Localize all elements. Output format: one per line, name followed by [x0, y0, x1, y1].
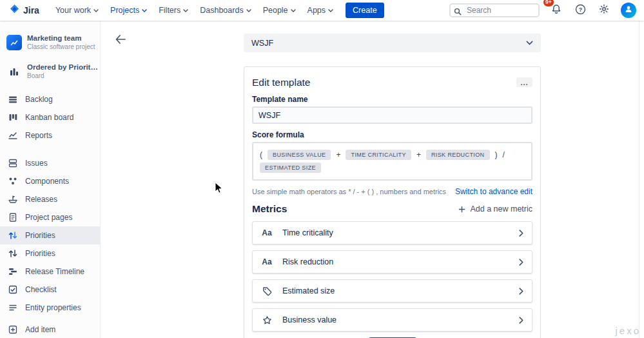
sidebar-item-add-item[interactable]: Add item — [0, 321, 100, 338]
formula-divide-operator: / — [503, 150, 505, 159]
nav-item-your-work[interactable]: Your work — [50, 0, 104, 21]
timeline-icon — [8, 266, 18, 277]
template-select[interactable]: WSJF — [244, 34, 541, 52]
add-new-metric-button[interactable]: Add a new metric — [458, 204, 532, 214]
scrollbar-track[interactable] — [639, 21, 639, 338]
text-type-icon: Aa — [261, 228, 273, 237]
formula-operator: + — [336, 150, 340, 159]
nav-item-label: Dashboards — [200, 6, 243, 15]
sidebar-item-label: Project pages — [25, 213, 72, 222]
settings-button[interactable] — [597, 3, 611, 17]
metric-label: Business value — [282, 315, 337, 324]
more-options-button[interactable]: ... — [516, 77, 532, 87]
board-icon — [6, 64, 22, 79]
chevron-down-icon — [93, 9, 99, 12]
sidebar-item-backlog[interactable]: Backlog — [0, 90, 100, 108]
board-text: Ordered by Priorit… Board — [27, 63, 98, 81]
formula-metric-chip[interactable]: RISK REDUCTION — [426, 150, 490, 160]
formula-metric-chip[interactable]: TIME CRITICALITY — [346, 150, 411, 160]
board-switcher[interactable]: Ordered by Priorit… Board — [0, 63, 100, 81]
sidebar-item-release-timeline[interactable]: Release Timeline — [0, 263, 100, 281]
notifications-badge: 9+ — [543, 0, 554, 6]
project-header[interactable]: Marketing team Classic software project — [0, 34, 100, 52]
sidebar-item-project-pages[interactable]: Project pages — [0, 208, 100, 226]
person-icon — [624, 5, 633, 16]
nav-item-label: Your work — [55, 6, 91, 15]
nav-item-filters[interactable]: Filters — [153, 0, 194, 21]
gear-icon — [599, 4, 609, 17]
search-input[interactable] — [449, 3, 540, 17]
formula-metric-chip[interactable]: BUSINESS VALUE — [268, 150, 331, 160]
switch-to-advance-edit-link[interactable]: Switch to advance edit — [455, 187, 532, 196]
text-type-icon: Aa — [261, 257, 273, 266]
board-type: Board — [27, 72, 98, 81]
help-button[interactable]: ? — [573, 3, 587, 17]
sidebar-item-kanban-board[interactable]: Kanban board — [0, 108, 100, 126]
nav-item-apps[interactable]: Apps — [302, 0, 340, 21]
sidebar-divider — [0, 144, 100, 154]
metric-label: Risk reduction — [282, 257, 333, 266]
page-icon — [8, 212, 18, 223]
nav-item-label: Projects — [110, 6, 139, 15]
metric-label: Estimated size — [282, 286, 335, 295]
nav-item-label: Apps — [307, 6, 326, 15]
formula-operator: + — [416, 150, 421, 159]
project-sidebar: Marketing team Classic software project … — [0, 21, 101, 338]
issues-icon — [8, 158, 18, 168]
metrics-heading: Metrics — [252, 203, 287, 215]
chevron-down-icon — [246, 9, 251, 12]
template-select-value: WSJF — [251, 39, 273, 48]
nav-item-people[interactable]: People — [257, 0, 302, 21]
metric-row-risk-reduction[interactable]: Aa Risk reduction — [252, 250, 532, 273]
nav-item-label: Filters — [159, 6, 181, 15]
chevron-right-icon — [519, 259, 523, 266]
card-title: Edit template — [252, 77, 310, 88]
add-new-metric-label: Add a new metric — [470, 204, 532, 214]
components-icon — [8, 176, 18, 186]
sidebar-item-label: Entity properties — [25, 303, 81, 312]
notifications-button[interactable]: 9+ — [549, 3, 563, 17]
sidebar-item-checklist[interactable]: Checklist — [0, 281, 100, 299]
navbar-right-cluster: 9+ ? — [449, 3, 636, 18]
jira-logo[interactable]: Jira — [9, 4, 39, 17]
sidebar-item-label: Add item — [25, 325, 55, 334]
sidebar-item-reports[interactable]: Reports — [0, 126, 100, 144]
sidebar-item-issues[interactable]: Issues — [0, 154, 100, 172]
user-avatar[interactable] — [621, 3, 636, 18]
formula-metric-chip[interactable]: ESTIMATED SIZE — [260, 163, 321, 173]
sidebar-item-releases[interactable]: Releases — [0, 190, 100, 208]
question-mark-icon: ? — [575, 4, 586, 17]
ship-icon — [8, 194, 18, 204]
priorities-icon — [8, 248, 18, 259]
metric-row-business-value[interactable]: Business value — [252, 308, 532, 332]
project-text: Marketing team Classic software project — [27, 34, 95, 52]
project-name: Marketing team — [27, 34, 95, 43]
sidebar-item-priorities[interactable]: Priorities — [0, 244, 100, 263]
jexo-watermark: jexo — [615, 325, 641, 336]
sidebar-item-label: Checklist — [25, 285, 57, 294]
backlog-icon — [8, 94, 18, 104]
score-formula-editor[interactable]: ( BUSINESS VALUE + TIME CRITICALITY + RI… — [252, 142, 532, 181]
template-name-input[interactable] — [252, 106, 532, 124]
chevron-right-icon — [519, 230, 523, 237]
sidebar-item-label: Releases — [25, 195, 57, 204]
sidebar-item-components[interactable]: Components — [0, 172, 100, 190]
sidebar-item-label: Issues — [25, 159, 48, 168]
main-content: WSJF Edit template ... Template name Sco… — [101, 21, 644, 338]
sidebar-item-label: Components — [25, 177, 69, 186]
sidebar-item-priorities-selected[interactable]: Priorities — [0, 226, 100, 244]
metric-row-estimated-size[interactable]: Estimated size — [252, 279, 532, 303]
create-button[interactable]: Create — [346, 3, 384, 18]
edit-template-card: Edit template ... Template name Score fo… — [244, 66, 541, 338]
nav-item-dashboards[interactable]: Dashboards — [194, 0, 257, 21]
metric-row-time-criticality[interactable]: Aa Time criticality — [252, 221, 532, 244]
chevron-down-icon — [328, 9, 333, 12]
tag-icon — [261, 286, 273, 296]
checklist-icon — [8, 284, 18, 295]
score-formula-label: Score formula — [252, 130, 532, 139]
svg-text:?: ? — [578, 6, 582, 13]
nav-item-projects[interactable]: Projects — [104, 0, 153, 21]
sidebar-item-entity-properties[interactable]: Entity properties — [0, 299, 100, 317]
back-button[interactable] — [112, 32, 129, 47]
sidebar-item-label: Backlog — [25, 95, 53, 104]
